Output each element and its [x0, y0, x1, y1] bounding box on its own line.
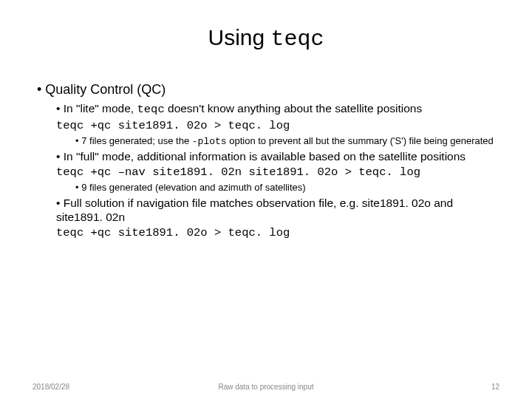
- footer-page-number: 12: [491, 383, 499, 391]
- command-lite: teqc +qc site1891. 02o > teqc. log: [56, 119, 495, 134]
- footer-title: Raw data to processing input: [0, 383, 532, 391]
- bullet-icon: [75, 135, 81, 146]
- lite-mode-line: In "lite" mode, teqc doesn't know anythi…: [56, 101, 495, 117]
- command-match: teqc +qc site1891. 02o > teqc. log: [56, 226, 495, 241]
- command-full: teqc +qc –nav site1891. 02n site1891. 02…: [56, 166, 495, 180]
- title-prefix: Using: [208, 25, 270, 50]
- slide-title: Using teqc: [0, 0, 532, 56]
- slide: Using teqc Quality Control (QC) In "lite…: [0, 0, 532, 399]
- match-line: Full solution if navigation file matches…: [56, 196, 495, 225]
- lite-code: teqc: [137, 103, 164, 116]
- lite-sub-code: -plots: [192, 136, 227, 147]
- slide-body: Quality Control (QC) In "lite" mode, teq…: [0, 56, 532, 241]
- title-code: teqc: [271, 27, 324, 52]
- lite-sub-post: option to prevent all but the summary ('…: [227, 135, 494, 146]
- bullet-icon: [56, 102, 64, 115]
- lite-pre: In "lite" mode,: [64, 102, 137, 115]
- full-sub-line: 9 files generated (elevation and azimuth…: [75, 182, 495, 194]
- full-mode-line: In "full" mode, additional information i…: [56, 149, 495, 164]
- heading-qc: Quality Control (QC): [37, 81, 495, 98]
- lite-sub-pre: 7 files generated; use the: [81, 135, 192, 146]
- lite-sub-line: 7 files generated; use the -plots option…: [75, 135, 495, 149]
- lite-post: doesn't know anything about the satellit…: [165, 102, 423, 115]
